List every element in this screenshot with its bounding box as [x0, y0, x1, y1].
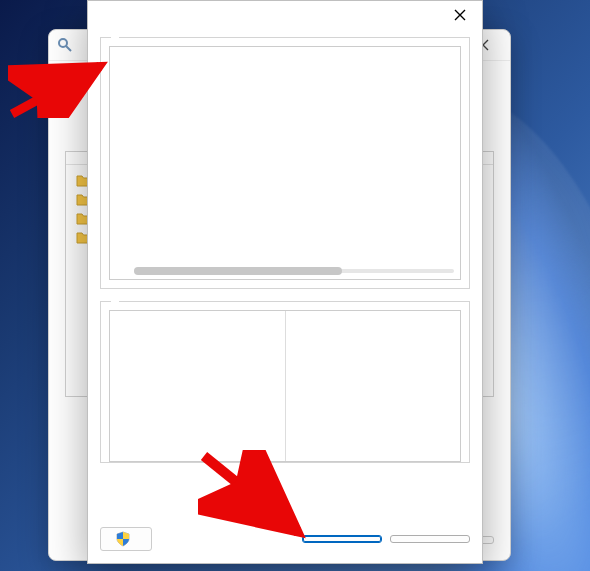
indexing-options-icon [57, 37, 73, 53]
cancel-button[interactable] [390, 535, 470, 543]
svg-point-0 [59, 39, 67, 47]
dialog-body [88, 29, 482, 473]
close-icon [454, 9, 466, 21]
locations-tree[interactable] [109, 46, 461, 280]
summary-body [109, 310, 461, 462]
dialog-indexed-locations [87, 0, 483, 564]
summary-col-included [110, 311, 285, 461]
svg-line-1 [66, 46, 71, 51]
summary-header-exclude [294, 317, 453, 320]
uac-shield-icon [115, 531, 131, 547]
summary-header-included [118, 317, 277, 320]
dialog-titlebar[interactable] [88, 1, 482, 29]
group-summary [100, 301, 470, 463]
ok-button[interactable] [302, 535, 382, 543]
dialog-footer [100, 527, 470, 551]
show-all-locations-button[interactable] [100, 527, 152, 551]
dialog-close-button[interactable] [444, 4, 476, 26]
group-change-locations [100, 37, 470, 289]
tree-horizontal-scrollbar[interactable] [134, 269, 454, 273]
summary-col-exclude [285, 311, 461, 461]
